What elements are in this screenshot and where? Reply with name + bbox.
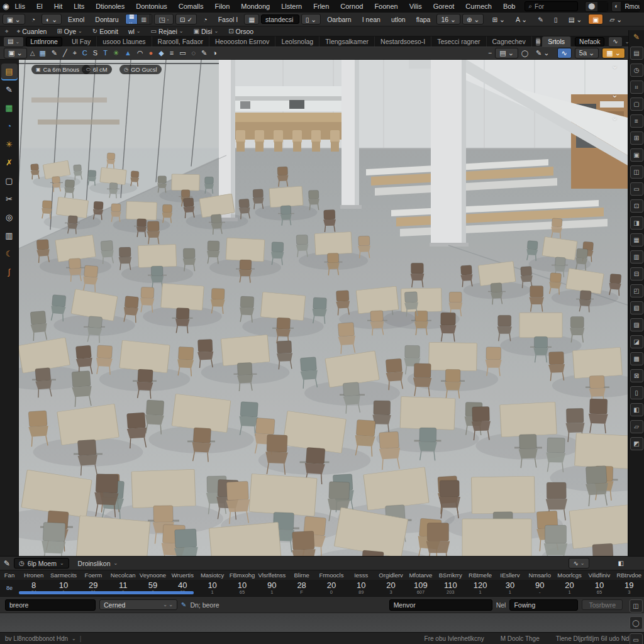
menu-item-vilis[interactable]: Vilis bbox=[404, 3, 428, 10]
timeline-mode-dropdown[interactable]: Droinslikon ⌄ bbox=[73, 558, 123, 569]
vp-tool-icon[interactable]: ≡ bbox=[169, 50, 175, 57]
channel-value-col[interactable]: 109607 bbox=[406, 581, 435, 595]
menu-item-llstern[interactable]: Llstern bbox=[275, 3, 308, 10]
channel-value-col[interactable]: 28F bbox=[287, 581, 316, 595]
render-preview-button[interactable]: ▦ ⌄ bbox=[602, 48, 625, 58]
channel-value-col[interactable]: 901 bbox=[257, 581, 287, 595]
menu-item-dontonius[interactable]: Dontonius bbox=[130, 3, 173, 10]
minus-icon[interactable]: − bbox=[488, 50, 492, 57]
editor-rail-icon-15[interactable]: ▧ bbox=[630, 301, 643, 314]
toolbar-button-dontaru[interactable]: Dontaru bbox=[91, 14, 123, 25]
channel-value-col[interactable]: 1089 bbox=[347, 581, 376, 595]
editor-rail-icon-19[interactable]: ⊠ bbox=[630, 369, 643, 382]
editor-rail-icon-18[interactable]: ▩ bbox=[630, 352, 643, 365]
vp-tool-icon[interactable]: ▲ bbox=[123, 50, 133, 57]
pivot-dropdown[interactable]: ◐ ⌄ bbox=[42, 14, 62, 25]
vp-tool-icon[interactable]: ● bbox=[148, 50, 155, 57]
panel-dropdown[interactable]: ▯ ⌄ bbox=[301, 14, 321, 25]
book-icon[interactable]: ◫ bbox=[630, 599, 643, 613]
editor-rail-icon-14[interactable]: ◰ bbox=[630, 284, 643, 297]
editor-rail-icon-10[interactable]: ◨ bbox=[630, 216, 643, 230]
channel-value-col[interactable]: 301 bbox=[495, 581, 525, 595]
editor-rail-icon-8[interactable]: ▭ bbox=[630, 182, 643, 196]
editor-rail-icon-0[interactable]: ▤ bbox=[630, 47, 643, 60]
editor-rail-icon-4[interactable]: ≡ bbox=[630, 114, 643, 128]
menu-item-llis[interactable]: Llis bbox=[9, 3, 31, 10]
panel-icon[interactable]: ▭ bbox=[630, 633, 643, 644]
editor-rail-icon-1[interactable]: ◷ bbox=[630, 64, 643, 77]
vp-tool-icon[interactable]: ◠ bbox=[136, 50, 145, 57]
orientation-icon[interactable]: ◔ bbox=[27, 14, 40, 25]
vp-tool-icon[interactable]: C bbox=[81, 50, 89, 57]
panel-collapse-icon[interactable]: ⌄ bbox=[611, 113, 618, 122]
workspace-tab-heoooston-esrnov[interactable]: Heoooston Esrnov bbox=[209, 36, 275, 47]
vp-tool-icon[interactable]: ✳ bbox=[112, 50, 120, 57]
physics-tab-icon[interactable]: ◎ bbox=[1, 209, 18, 225]
toolbar-button-oarbarn[interactable]: Oarbarn bbox=[323, 14, 356, 25]
workspace-tab-rarooll-fadaor[interactable]: Rarooll, Fadaor bbox=[152, 36, 209, 47]
editor-rail-icon-23[interactable]: ◩ bbox=[630, 437, 643, 450]
menu-item-curnech[interactable]: Curnech bbox=[460, 3, 497, 10]
panel-collapse-icon[interactable]: ⌄ bbox=[611, 90, 618, 99]
editor-rail-icon-21[interactable]: ◧ bbox=[630, 403, 643, 416]
menu-item-dtionoles[interactable]: Dtionoles bbox=[90, 3, 130, 10]
workspace-tab-nestardsoeso-i[interactable]: Nestardsoeso-I bbox=[375, 36, 431, 47]
workspace-tab-srtols[interactable]: Srtols bbox=[542, 36, 571, 47]
editor-rail-icon-7[interactable]: ◫ bbox=[630, 165, 643, 179]
channel-value-col[interactable]: 203 bbox=[376, 581, 406, 595]
scene-selector[interactable]: ⬤ B ✕ bbox=[585, 1, 608, 12]
menu-wl[interactable]: wl⌄ bbox=[124, 26, 145, 36]
snap-on-button[interactable]: ▦ ·· bbox=[126, 14, 138, 24]
vp-tool-icon[interactable]: ✎ bbox=[50, 50, 58, 57]
channel-value-col[interactable]: 90- bbox=[525, 581, 555, 595]
editor-rail-icon-2[interactable]: ⌗ bbox=[630, 80, 643, 94]
editor-rail-icon-9[interactable]: ⊡ bbox=[630, 199, 643, 213]
editor-rail-icon-12[interactable]: ▥ bbox=[630, 250, 643, 264]
mode-dropdown[interactable]: ▣ ⌄ bbox=[4, 48, 27, 58]
add-dropdown[interactable]: ⊕ ⌄ bbox=[462, 14, 484, 25]
toolbar-right-icon[interactable]: ▤ ⌄ bbox=[564, 14, 587, 25]
menu-oye[interactable]: ⊞Oye⌄ bbox=[52, 26, 86, 36]
filter-icon[interactable]: ◧ bbox=[618, 560, 624, 567]
editor-rail-icon-22[interactable]: ▱ bbox=[630, 420, 643, 433]
profile-input[interactable]: standecsi bbox=[261, 14, 299, 24]
circle-icon[interactable]: ◯ bbox=[630, 616, 643, 630]
menu-disi[interactable]: ▣Disi⌄ bbox=[189, 26, 223, 36]
workspace-tab-ul-fay[interactable]: Ul Fay bbox=[66, 36, 97, 47]
menu-item-cornod[interactable]: Cornod bbox=[335, 3, 369, 10]
menu-item-mondong[interactable]: Mondong bbox=[235, 3, 275, 10]
editor-type-dropdown[interactable]: ◷ 6lp Moem ⌄ bbox=[14, 558, 69, 569]
workspace-tab-cagnechev[interactable]: Cagnechev bbox=[487, 36, 532, 47]
orange-toggle-button[interactable]: ▣ bbox=[588, 14, 603, 25]
editor-rail-icon-16[interactable]: ▨ bbox=[630, 318, 643, 331]
workspace-tab-usooo-llaunes[interactable]: usooo Llaunes bbox=[97, 36, 152, 47]
channel-value-col[interactable]: 193 bbox=[614, 581, 644, 595]
ring-icon[interactable]: ◯ bbox=[521, 50, 528, 57]
channel-value-col[interactable]: 8e bbox=[0, 584, 19, 592]
vp-tool-icon[interactable]: ◑ bbox=[211, 50, 218, 57]
toolbar-right-icon[interactable]: ⊞ ⌄ bbox=[487, 14, 509, 25]
disabled-action-button[interactable]: Tosrbwre bbox=[582, 599, 623, 610]
playhead-range-bar[interactable] bbox=[19, 591, 194, 594]
focus-field[interactable]: Fowing bbox=[509, 599, 578, 611]
scene-name-field[interactable]: Nefaok bbox=[575, 37, 604, 47]
toolbar-button-utlon[interactable]: utlon bbox=[387, 14, 410, 25]
vp-tool-icon[interactable]: ⌖ bbox=[72, 50, 78, 57]
scene-tab-icon[interactable]: ◔ bbox=[1, 118, 18, 134]
menu-item-hit[interactable]: Hit bbox=[48, 3, 68, 10]
toolbar-right-icon[interactable]: ✎ bbox=[533, 14, 548, 25]
vp-tool-icon[interactable]: ╱ bbox=[62, 50, 69, 57]
search-input[interactable]: ⌕ For bbox=[525, 1, 578, 11]
viewport-3d[interactable]: ▣ Ca 6m Bnous ⌄ ⬭ 6l cM ◷ GO Gucsl ⌄ ⌄ ⌄ bbox=[19, 60, 628, 556]
toolbar-right-icon[interactable]: ▯ bbox=[550, 14, 562, 25]
vp-tool-icon[interactable]: ◌ bbox=[191, 50, 197, 57]
action-name-field[interactable]: breore bbox=[5, 599, 96, 611]
toolbar-button-exnol[interactable]: Exnol bbox=[64, 14, 89, 25]
menu-item-frlen[interactable]: Frlen bbox=[308, 3, 335, 10]
interpolation-button[interactable]: ∿ ⌄ bbox=[569, 558, 589, 569]
channel-value-col[interactable]: 101 bbox=[197, 581, 227, 595]
view-pill[interactable]: ⬭ 6l cM bbox=[82, 65, 112, 74]
channel-value-col[interactable]: 1065 bbox=[584, 581, 614, 595]
editor-rail-icon-5[interactable]: ⊞ bbox=[630, 131, 643, 145]
vp-tool-icon[interactable]: ▦ bbox=[38, 50, 47, 57]
